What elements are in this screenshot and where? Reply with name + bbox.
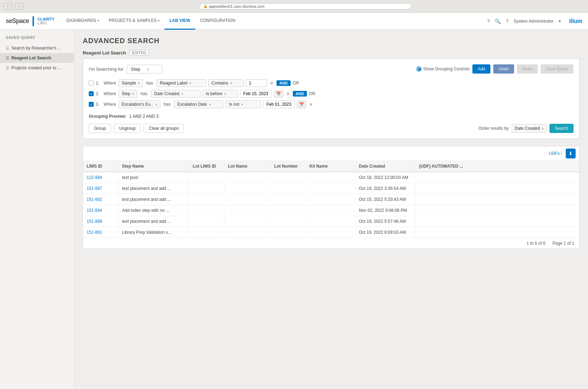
show-grouping-label: Show Grouping Controls — [423, 66, 470, 71]
edited-badge: EDITED — [129, 50, 149, 56]
condition-2-field-select[interactable]: Date Created › — [151, 90, 200, 98]
condition-2-calendar-icon[interactable]: 📅 — [274, 90, 283, 98]
condition-2-and-button[interactable]: AND — [293, 91, 307, 97]
help-icon[interactable]: ? — [487, 18, 490, 24]
condition-1-and-button[interactable]: AND — [276, 80, 291, 86]
entity-3-caret-icon: › — [156, 102, 157, 107]
lot-lims-3 — [189, 197, 225, 202]
search-icon[interactable]: 🔍 — [495, 18, 501, 24]
condition-row-3: 3. Where Escalation's Ev... › has Escala… — [89, 100, 574, 108]
group-button[interactable]: Group — [89, 124, 111, 133]
grouping-preview-row: Grouping Preview: 1 AND 2 AND 3 — [89, 111, 574, 119]
action-row: Group Ungroup Clear all groups Order res… — [89, 124, 574, 133]
udf-4 — [415, 208, 579, 213]
udfs-label: UDFs — [549, 151, 560, 156]
condition-2-date-input[interactable] — [240, 90, 272, 98]
condition-3-operator-select[interactable]: Is not › — [226, 100, 261, 108]
condition-2-operator-select[interactable]: Is before › — [203, 90, 238, 98]
condition-3-date-input[interactable] — [263, 100, 295, 108]
condition-3-num: 3. — [96, 102, 101, 107]
nav-configuration[interactable]: CONFIGURATION — [195, 13, 240, 30]
condition-2-checkbox[interactable] — [89, 91, 94, 96]
condition-row-1: 1. Where Sample › has Reagent Label › Co… — [89, 79, 574, 87]
sidebar-item-projects[interactable]: ☰ Projects created prior to ... — [0, 63, 74, 73]
udfs-caret-icon: › — [561, 151, 562, 156]
searching-for-caret-icon: › — [147, 66, 149, 72]
download-button[interactable]: ⬇ — [566, 149, 576, 158]
order-by-select[interactable]: Date Created › — [512, 124, 547, 133]
undo-button[interactable]: Undo — [493, 64, 514, 74]
sidebar-item-reagent[interactable]: ☰ Reagent Lot Search — [0, 53, 74, 63]
udf-5 — [415, 219, 579, 224]
user-label[interactable]: System Administrator — [513, 19, 553, 24]
logo-clarity-text: CLARITY — [37, 17, 54, 21]
udf-2 — [415, 186, 579, 191]
lims-id-link-1[interactable]: 122-884 — [87, 175, 102, 180]
lims-id-link-4[interactable]: 151-894 — [87, 208, 102, 213]
kit-name-3 — [306, 197, 355, 202]
kit-name-6 — [306, 230, 355, 235]
condition-1-operator-select[interactable]: Contains › — [208, 79, 244, 87]
nav-menu: DASHBOARDS ▾ PROJECTS & SAMPLES ▾ LAB VI… — [62, 13, 487, 30]
info-icon[interactable]: ? — [506, 18, 508, 24]
col-header-lims-id: LIMS ID — [83, 161, 118, 172]
show-grouping-radio[interactable]: Show Grouping Controls — [417, 66, 470, 71]
lims-id-link-2[interactable]: 151-887 — [87, 186, 102, 191]
lot-lims-4 — [189, 208, 225, 213]
lims-id-link-3[interactable]: 151-882 — [87, 197, 102, 202]
browser-url-text: qajeweldev01.cavc.illumina.com — [209, 4, 264, 8]
reagent-icon: ☰ — [6, 56, 9, 60]
table-row: 151-887 test placement and add ... Oct 1… — [83, 183, 579, 194]
condition-2-entity-select[interactable]: Step › — [118, 90, 137, 98]
browser-back-button[interactable]: ‹ — [4, 3, 12, 10]
sidebar: SAVED QUERY ☰ Search by Researcher's ...… — [0, 30, 74, 389]
logo-area: seSpace CLARITY LIMS — [6, 16, 54, 26]
condition-3-remove-icon[interactable]: ✕ — [308, 102, 314, 107]
date-created-5: Oct 19, 2022 5:57:48 AM — [355, 216, 415, 227]
logo-base: seSpace — [6, 17, 29, 25]
step-name-4: Add index step with no ... — [118, 205, 189, 216]
lock-icon: 🔒 — [203, 4, 208, 8]
nav-dashboards[interactable]: DASHBOARDS ▾ — [62, 13, 104, 30]
table-row: 151-888 test placement and add ... Oct 1… — [83, 216, 579, 227]
lims-id-link-6[interactable]: 151-891 — [87, 230, 102, 235]
searching-for-label: I'm Searching for — [89, 66, 123, 72]
search-header-label: Reagent Lot Search — [83, 50, 126, 56]
searching-for-value: Step — [131, 66, 140, 72]
condition-3-field-select[interactable]: Escalation Date › — [174, 100, 223, 108]
condition-1-field-select[interactable]: Reagent Label › — [157, 79, 206, 87]
udfs-link[interactable]: UDFs › — [545, 149, 566, 158]
condition-3-where: Where — [104, 102, 116, 107]
date-created-1: Oct 18, 2022 12:00:03 AM — [355, 172, 415, 183]
lims-id-link-5[interactable]: 151-888 — [87, 219, 102, 224]
condition-1-num: 1. — [96, 81, 101, 86]
condition-3-checkbox[interactable] — [89, 102, 94, 107]
nav-projects-samples[interactable]: PROJECTS & SAMPLES ▾ — [104, 13, 164, 30]
redo-button[interactable]: Redo — [517, 64, 538, 74]
condition-1-checkbox[interactable] — [89, 81, 94, 86]
udf-3 — [415, 197, 579, 202]
sidebar-title: SAVED QUERY — [0, 35, 74, 43]
browser-forward-button[interactable]: › — [15, 3, 23, 10]
condition-1-entity-select[interactable]: Sample › — [118, 79, 143, 87]
sidebar-item-researcher[interactable]: ☰ Search by Researcher's ... — [0, 43, 74, 53]
searching-for-select[interactable]: Step › — [127, 65, 162, 74]
kit-name-4 — [306, 208, 355, 213]
table-row: 151-882 test placement and add ... Oct 1… — [83, 194, 579, 205]
browser-bar: ‹ › 🔒 qajeweldev01.cavc.illumina.com — [0, 0, 588, 13]
save-query-button[interactable]: Save Query — [541, 64, 574, 74]
order-results-label: Order results by — [478, 126, 508, 131]
ungroup-button[interactable]: Ungroup — [114, 124, 141, 133]
nav-lab-view[interactable]: LAB VIEW — [164, 13, 195, 30]
search-button[interactable]: Search — [549, 124, 574, 133]
condition-1-remove-icon[interactable]: ✕ — [269, 81, 274, 86]
add-button[interactable]: Add — [472, 64, 490, 74]
condition-3-entity-select[interactable]: Escalation's Ev... › — [118, 100, 160, 108]
condition-1-value-input[interactable] — [246, 79, 267, 87]
condition-2-remove-icon[interactable]: ✕ — [285, 91, 291, 97]
condition-3-calendar-icon[interactable]: 📅 — [297, 101, 306, 108]
search-for-left: I'm Searching for Step › — [89, 65, 162, 74]
date-created-6: Oct 19, 2022 6:09:03 AM — [355, 227, 415, 238]
search-header: Reagent Lot Search EDITED — [83, 50, 580, 56]
clear-groups-button[interactable]: Clear all groups — [144, 124, 184, 133]
